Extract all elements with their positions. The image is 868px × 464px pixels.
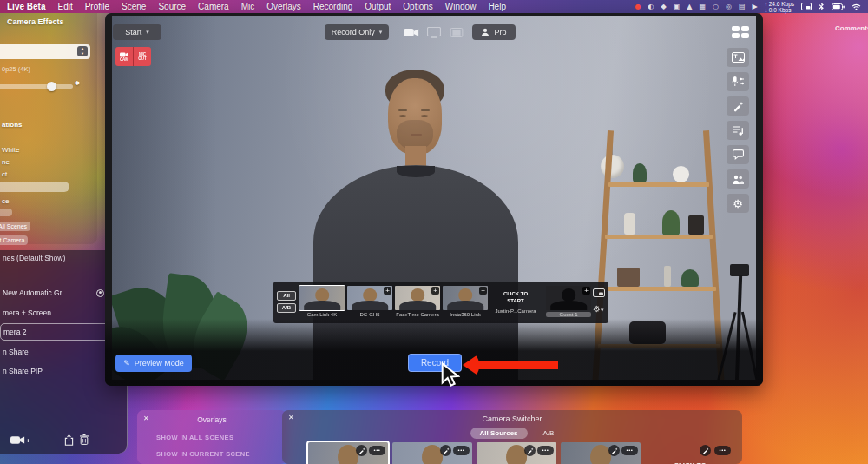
- thumb-insta360-link[interactable]: + Insta360 Link: [443, 286, 488, 317]
- thumb-facetime-camera[interactable]: + FaceTime Camera: [395, 286, 440, 317]
- settings-toolbar-button[interactable]: ⚙: [727, 194, 749, 213]
- wand-icon[interactable]: [524, 445, 536, 456]
- pip-icon[interactable]: [593, 288, 605, 297]
- bluetooth-icon[interactable]: [819, 3, 825, 11]
- menu-options[interactable]: Options: [403, 2, 432, 11]
- all-scenes-button[interactable]: All Scenes: [0, 222, 30, 231]
- switcher-thumb-4[interactable]: •••: [561, 442, 641, 464]
- status-app-icon-3[interactable]: ▣: [674, 3, 681, 10]
- add-icon[interactable]: +: [479, 287, 487, 295]
- status-app-icon-4[interactable]: ▲: [687, 3, 692, 10]
- sound-effects-toolbar-button[interactable]: [727, 121, 749, 140]
- share-scene-button[interactable]: [64, 434, 74, 446]
- status-app-icon-7[interactable]: ◎: [726, 3, 732, 10]
- menu-source[interactable]: Source: [158, 2, 186, 11]
- cam-badge: CAM: [115, 47, 133, 66]
- camera-source-icon[interactable]: [404, 28, 419, 37]
- menu-scene[interactable]: Scene: [122, 2, 146, 11]
- thumb-cam-link-4k[interactable]: Cam Link 4K: [299, 286, 345, 317]
- bandwidth-down: ↓ 0.0 Kbps: [765, 7, 792, 13]
- screen-source-icon[interactable]: [427, 27, 441, 38]
- effect-slider[interactable]: [0, 84, 73, 89]
- pro-button[interactable]: Pro: [472, 24, 516, 40]
- switcher-thumb-1[interactable]: •••: [308, 442, 388, 464]
- status-record-icon[interactable]: ●: [635, 3, 641, 10]
- menu-recording[interactable]: Recording: [313, 2, 353, 11]
- menu-help[interactable]: Help: [488, 2, 506, 11]
- add-icon[interactable]: +: [384, 287, 391, 295]
- strip-settings-button[interactable]: ⚙▾: [593, 304, 603, 314]
- camera-switcher-panel: ✕ Camera Switcher All Sources A/B ••• ••…: [282, 410, 742, 464]
- effect-slider-2[interactable]: [0, 182, 69, 192]
- preview-mode-button[interactable]: ✎ Preview Mode: [115, 355, 192, 372]
- more-icon[interactable]: •••: [621, 446, 638, 455]
- delete-scene-button[interactable]: [80, 434, 89, 445]
- strip-all-button[interactable]: All: [277, 291, 296, 301]
- status-app-icon-9[interactable]: ▶: [753, 3, 758, 10]
- effect-item-white[interactable]: White: [2, 146, 19, 154]
- thumb-dc-gh5[interactable]: + DC-GH5: [347, 286, 392, 317]
- white-vase: [624, 213, 635, 235]
- menu-output[interactable]: Output: [365, 2, 391, 11]
- stepper-icon: ▲▼: [77, 46, 88, 56]
- guests-toolbar-button[interactable]: [727, 169, 749, 189]
- effect-item-ne[interactable]: ne: [2, 158, 10, 166]
- bandwidth-indicator[interactable]: ↑ 24.6 Kbps↓ 0.0 Kbps: [765, 1, 794, 13]
- switcher-click-to-tile[interactable]: ••• CLICK TO: [645, 442, 735, 464]
- status-app-icon-2[interactable]: ◆: [661, 3, 667, 10]
- add-icon[interactable]: +: [582, 287, 590, 295]
- effect-item-ce[interactable]: ce: [2, 197, 9, 205]
- audio-mixer-toolbar-button[interactable]: [727, 72, 749, 91]
- scenes-grid-icon[interactable]: [732, 26, 749, 38]
- status-app-icon-8[interactable]: ▤: [739, 3, 746, 10]
- status-app-icon-6[interactable]: ○: [713, 3, 719, 10]
- default-camera-button[interactable]: lt Camera: [0, 235, 28, 245]
- output-mode-dropdown[interactable]: Record Only ▾: [325, 24, 389, 40]
- show-in-current-scene-item[interactable]: SHOW IN CURRENT SCENE: [156, 450, 250, 458]
- battery-icon[interactable]: [832, 3, 845, 10]
- more-icon[interactable]: •••: [537, 446, 554, 455]
- overlays-toolbar-button[interactable]: [727, 48, 749, 67]
- menu-edit[interactable]: Edit: [57, 2, 72, 11]
- add-scene-camera-button[interactable]: +: [10, 435, 25, 445]
- effect-slider-knob[interactable]: [47, 82, 56, 91]
- status-app-icon-5[interactable]: ▦: [699, 3, 706, 10]
- menu-app-name[interactable]: Live Beta: [7, 2, 45, 11]
- start-button[interactable]: Start ▾: [113, 24, 161, 40]
- small-badge[interactable]: [0, 209, 12, 216]
- switcher-thumb-2[interactable]: •••: [392, 442, 472, 464]
- wand-icon[interactable]: [700, 445, 711, 456]
- screen-mirroring-icon[interactable]: [801, 3, 812, 10]
- wand-icon[interactable]: [608, 445, 620, 456]
- shelf-1: [608, 182, 709, 187]
- divider: [0, 76, 87, 76]
- comments-toolbar-button[interactable]: [727, 145, 749, 164]
- scene-active-radio-icon[interactable]: [96, 289, 104, 297]
- tab-ab[interactable]: A/B: [543, 429, 555, 437]
- more-icon[interactable]: •••: [369, 446, 385, 455]
- menu-profile[interactable]: Profile: [85, 2, 109, 11]
- menu-overlays[interactable]: Overlays: [266, 2, 300, 11]
- more-icon[interactable]: •••: [714, 446, 731, 455]
- thumb-click-to-start[interactable]: CLICK TOSTART Justin-P...Camera: [490, 286, 541, 314]
- more-icon[interactable]: •••: [453, 446, 470, 455]
- wand-icon[interactable]: [440, 445, 451, 456]
- person-brow: [398, 109, 407, 111]
- menu-mic[interactable]: Mic: [241, 2, 255, 11]
- thumb-guest-1[interactable]: + Guest 1: [546, 286, 591, 317]
- status-app-icon-1[interactable]: ◐: [648, 3, 654, 10]
- wifi-icon[interactable]: [852, 3, 861, 10]
- wand-icon[interactable]: [356, 445, 367, 456]
- sparkle-icon[interactable]: ✱: [75, 80, 80, 87]
- media-source-icon[interactable]: [450, 28, 464, 37]
- strip-ab-button[interactable]: A/B: [277, 303, 296, 313]
- effect-item-ct[interactable]: ct: [2, 170, 7, 178]
- camera-effects-toolbar-button[interactable]: [727, 96, 749, 116]
- add-icon[interactable]: +: [431, 287, 439, 295]
- effect-dropdown[interactable]: ▲▼: [0, 44, 90, 59]
- show-in-all-scenes-item[interactable]: SHOW IN ALL SCENES: [156, 434, 233, 441]
- tab-all-sources[interactable]: All Sources: [470, 428, 528, 439]
- switcher-thumb-3[interactable]: •••: [477, 442, 556, 464]
- menu-window[interactable]: Window: [445, 2, 477, 11]
- menu-camera[interactable]: Camera: [198, 2, 229, 11]
